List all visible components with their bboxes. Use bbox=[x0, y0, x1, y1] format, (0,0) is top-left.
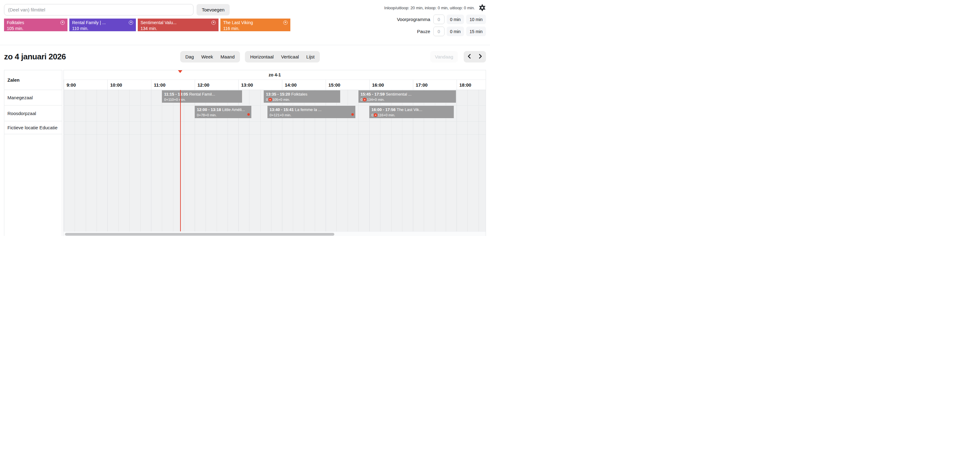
time-tick: 16:00 bbox=[369, 80, 413, 90]
preset-minutes-button[interactable]: 0 min bbox=[447, 14, 464, 24]
settings-gear-icon[interactable] bbox=[479, 4, 486, 11]
film-chip-row: Folktales✕ bbox=[7, 20, 65, 25]
remove-film-icon[interactable]: ✕ bbox=[212, 21, 216, 25]
preset-minutes-button[interactable]: 15 min bbox=[466, 27, 486, 36]
view-button-lijst[interactable]: Lijst bbox=[303, 51, 318, 62]
screening-block[interactable]: 16:00 - 17:56 The Last Vik...0+116+0 min… bbox=[369, 106, 454, 118]
day-header: zo 4-1 bbox=[64, 70, 486, 80]
remove-film-icon[interactable]: ✕ bbox=[129, 21, 133, 25]
screening-film-title: Rental Famil... bbox=[189, 92, 215, 97]
view-button-maand[interactable]: Maand bbox=[217, 51, 239, 62]
film-chip-title: Rental Family | ... bbox=[72, 20, 106, 25]
page-title: zo 4 januari 2026 bbox=[4, 52, 66, 62]
grid-line bbox=[118, 90, 119, 231]
screening-time-range: 11:15 - 13:05 bbox=[164, 92, 188, 97]
setting-minutes-input[interactable] bbox=[433, 27, 444, 36]
screening-title-line: 12:00 - 13:18 Little Améli... bbox=[197, 107, 250, 112]
search-row: Toevoegen bbox=[4, 4, 384, 16]
duration-pre: 0 bbox=[361, 98, 363, 101]
setting-label: Voorprogramma bbox=[397, 17, 430, 22]
view-button-verticaal[interactable]: Verticaal bbox=[277, 51, 303, 62]
view-button-dag[interactable]: Dag bbox=[182, 51, 198, 62]
screening-block[interactable]: 11:15 - 13:05 Rental Famil...0+110+0 min… bbox=[162, 90, 242, 103]
screening-film-title: The Last Vik... bbox=[396, 107, 422, 112]
top-bar: Toevoegen Folktales✕105 min.Rental Famil… bbox=[0, 0, 490, 36]
time-tick: 14:00 bbox=[282, 80, 326, 90]
time-tick: 9:00 bbox=[64, 80, 107, 90]
film-chip[interactable]: Rental Family | ...✕110 min. bbox=[69, 19, 136, 31]
film-chip-title: Folktales bbox=[7, 20, 24, 25]
room-row-label: Manegezaal bbox=[4, 90, 62, 106]
film-chip-duration: 110 min. bbox=[72, 26, 133, 31]
calendar: Zalen ManegezaalRoosdorpzaalFictieve loc… bbox=[4, 70, 486, 236]
toolbar: zo 4 januari 2026 DagWeekMaand Horizonta… bbox=[4, 51, 486, 62]
screening-block[interactable]: 13:35 - 15:20 Folktales0+105+0 min. bbox=[264, 90, 340, 103]
screening-block[interactable]: 12:00 - 13:18 Little Améli...0+78+0 min. bbox=[195, 106, 251, 118]
room-row-label: Roosdorpzaal bbox=[4, 106, 62, 121]
info-row: Inloop/uitloop: 20 min, inloop: 0 min, u… bbox=[384, 4, 486, 11]
setting-minutes-input[interactable] bbox=[433, 14, 444, 24]
remove-film-icon[interactable]: ✕ bbox=[283, 21, 288, 25]
grid-line bbox=[457, 90, 457, 231]
time-tick: 13:00 bbox=[239, 80, 282, 90]
row-divider bbox=[64, 121, 486, 122]
screening-time-range: 16:00 - 17:56 bbox=[371, 107, 396, 112]
film-chip[interactable]: Sentimental Valu...✕134 min. bbox=[138, 19, 218, 31]
screening-block[interactable]: 15:45 - 17:59 Sentimental ...0+134+0 min… bbox=[358, 90, 456, 103]
screening-film-title: La femme la ... bbox=[295, 107, 321, 112]
screening-time-range: 12:00 - 13:18 bbox=[197, 107, 221, 112]
plus-warning-badge: + bbox=[268, 98, 272, 101]
duration-post: 116+0 min. bbox=[378, 113, 395, 117]
preset-minutes-button[interactable]: 10 min bbox=[466, 14, 486, 24]
next-day-button[interactable] bbox=[475, 51, 486, 62]
screening-time-range: 13:35 - 15:20 bbox=[266, 92, 290, 97]
rooms-column-header: Zalen bbox=[4, 70, 62, 90]
grid-line bbox=[151, 90, 151, 231]
screening-film-title: Sentimental ... bbox=[386, 92, 411, 97]
grid-line bbox=[107, 90, 108, 231]
film-chip-row: The Last Viking✕ bbox=[223, 20, 288, 25]
film-chip-row: Sentimental Valu...✕ bbox=[140, 20, 216, 25]
scheduler-app: { "header": { "search_placeholder": "(De… bbox=[0, 0, 490, 236]
horizontal-scrollbar[interactable] bbox=[64, 231, 486, 236]
remove-film-icon[interactable]: ✕ bbox=[60, 21, 65, 25]
rooms-column: Zalen ManegezaalRoosdorpzaalFictieve loc… bbox=[4, 70, 62, 236]
plus-sign: + bbox=[199, 113, 201, 117]
time-axis: 9:0010:0011:0012:0013:0014:0015:0016:001… bbox=[64, 80, 486, 90]
film-chip[interactable]: The Last Viking✕116 min. bbox=[220, 19, 290, 31]
time-tick: 15:00 bbox=[326, 80, 369, 90]
film-chip-title: Sentimental Valu... bbox=[140, 20, 177, 25]
scrollbar-thumb[interactable] bbox=[65, 233, 334, 236]
layout-view-group: HorizontaalVerticaalLijst bbox=[245, 51, 320, 62]
add-film-button[interactable]: Toevoegen bbox=[197, 4, 230, 16]
preset-minutes-button[interactable]: 0 min bbox=[447, 27, 464, 36]
screening-title-line: 13:35 - 15:20 Folktales bbox=[266, 92, 339, 97]
time-tick: 11:00 bbox=[151, 80, 195, 90]
grid-line bbox=[479, 90, 479, 231]
setting-row-pauze: Pauze0 min15 min bbox=[417, 27, 486, 36]
today-button[interactable]: Vandaag bbox=[430, 51, 458, 62]
time-tick: 17:00 bbox=[413, 80, 457, 90]
screening-block[interactable]: 13:40 - 15:41 La femme la ...0+121+0 min… bbox=[267, 106, 355, 118]
plus-warning-badge: + bbox=[374, 113, 377, 117]
grid-line bbox=[86, 90, 86, 231]
grid-line bbox=[75, 90, 75, 231]
screening-duration-line: 0+110+0 min. bbox=[164, 98, 241, 101]
view-button-horizontaal[interactable]: Horizontaal bbox=[247, 51, 277, 62]
duration-post: 105+0 min. bbox=[272, 98, 290, 101]
screening-title-line: 16:00 - 17:56 The Last Vik... bbox=[371, 107, 453, 112]
film-chips: Folktales✕105 min.Rental Family | ...✕11… bbox=[4, 19, 384, 31]
chevron-right-icon bbox=[478, 54, 482, 60]
film-title-input[interactable] bbox=[4, 4, 194, 16]
previous-day-button[interactable] bbox=[464, 51, 475, 62]
screening-duration-line: 0+78+0 min. bbox=[197, 113, 250, 117]
film-chip[interactable]: Folktales✕105 min. bbox=[4, 19, 67, 31]
view-button-week[interactable]: Week bbox=[197, 51, 217, 62]
current-time-marker-icon bbox=[178, 70, 182, 73]
duration-post: 110+0 min. bbox=[168, 98, 185, 101]
duration-pre: 0 bbox=[266, 98, 268, 101]
period-view-group: DagWeekMaand bbox=[180, 51, 240, 62]
screening-title-line: 13:40 - 15:41 La femme la ... bbox=[270, 107, 354, 112]
schedule-grid[interactable]: 11:15 - 13:05 Rental Famil...0+110+0 min… bbox=[64, 90, 486, 231]
timeline-panel: zo 4-1 9:0010:0011:0012:0013:0014:0015:0… bbox=[64, 70, 486, 236]
